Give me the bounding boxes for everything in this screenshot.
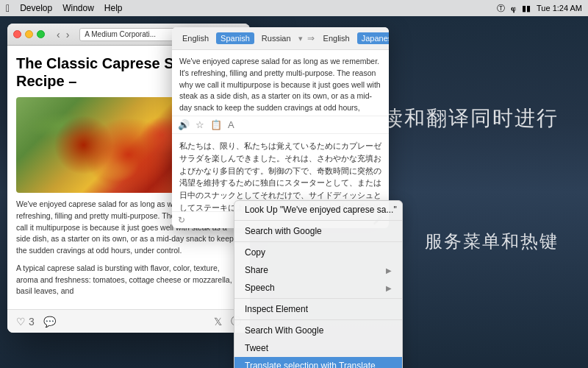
twitter-icon[interactable]: 𝕏 [214, 316, 222, 328]
ctx-inspect-label: Inspect Element [245, 304, 308, 314]
star-icon[interactable]: ☆ [196, 119, 204, 130]
ctx-divider-1 [234, 220, 402, 221]
browser-bottom-toolbar: ♡ 3 💬 𝕏 ⓘ [7, 309, 250, 333]
ctx-search-google-label: Search with Google [245, 226, 322, 236]
translation-header: English Spanish Russian ▾ ⇒ English Japa… [172, 27, 389, 50]
ctx-divider-2 [234, 241, 402, 242]
ctx-lookup[interactable]: Look Up "We've enjoyed caprese sa..." [234, 201, 402, 219]
lang-english-to[interactable]: English [319, 32, 354, 44]
speaker-icon[interactable]: 🔊 [178, 119, 190, 130]
menubar-right: Ⓣ 𝛗 ▮▮ Tue 1:24 AM [497, 3, 582, 14]
minimize-window-button[interactable] [25, 30, 33, 38]
font-size-icon[interactable]: A [228, 119, 234, 130]
lang-spanish-from[interactable]: Spanish [216, 32, 254, 44]
forward-button[interactable]: › [65, 29, 71, 40]
ctx-speech-label: Speech [245, 283, 275, 293]
battery-icon: ▮▮ [522, 4, 531, 13]
refresh-icon[interactable]: ↻ [178, 215, 185, 225]
lang-english-from[interactable]: English [178, 32, 213, 44]
heart-icon[interactable]: ♡ 3 [16, 316, 35, 328]
wifi-icon: 𝛗 [511, 4, 516, 13]
ctx-divider-4 [234, 319, 402, 320]
menubar-time: Tue 1:24 AM [537, 4, 582, 13]
ctx-search-google-2[interactable]: Search With Google [234, 322, 402, 339]
menubar-window[interactable]: Window [62, 3, 94, 13]
menubar-left:  Develop Window Help [6, 2, 488, 14]
lang-more-from[interactable]: ▾ [298, 34, 303, 43]
translation-source-icons: 🔊 ☆ 📋 A [172, 116, 389, 134]
translation-source-text: We've enjoyed caprese salad for as long … [172, 50, 389, 116]
ctx-translate-selection[interactable]: Translate selection with Translate Tab [234, 357, 402, 368]
menubar-develop[interactable]: Develop [20, 3, 52, 13]
ctx-divider-3 [234, 298, 402, 299]
lang-arrow: ⇒ [307, 33, 315, 43]
desktop-text-2: 服务菜单和热键 [425, 230, 559, 253]
traffic-lights [13, 30, 45, 38]
ctx-copy[interactable]: Copy [234, 244, 402, 261]
article-body-2: A typical caprese salad is bursting with… [16, 263, 241, 297]
ctx-share-label: Share [245, 265, 268, 275]
copy-icon[interactable]: 📋 [210, 119, 222, 130]
menubar-help[interactable]: Help [104, 3, 123, 13]
ctx-tweet-label: Tweet [245, 343, 268, 353]
address-text: A Medium Corporati... [85, 30, 156, 38]
apple-menu[interactable]:  [6, 2, 10, 14]
back-button[interactable]: ‹ [55, 29, 62, 40]
ctx-search-google-1[interactable]: Search with Google [234, 222, 402, 240]
desktop: 阅读和翻译同时进行 服务菜单和热键 ‹ › A Medium Corporati… [0, 16, 588, 368]
lang-japanese-to[interactable]: Japanese [357, 32, 389, 44]
translate-menu-icon: Ⓣ [497, 3, 505, 14]
comment-icon[interactable]: 💬 [43, 316, 56, 328]
ctx-share-arrow: ▶ [386, 266, 392, 275]
close-window-button[interactable] [13, 30, 21, 38]
ctx-speech[interactable]: Speech ▶ [234, 279, 402, 297]
ctx-share[interactable]: Share ▶ [234, 261, 402, 279]
desktop-text-1: 阅读和翻译同时进行 [360, 105, 559, 132]
menubar:  Develop Window Help Ⓣ 𝛗 ▮▮ Tue 1:24 AM [0, 0, 588, 16]
ctx-inspect[interactable]: Inspect Element [234, 300, 402, 318]
translation-panel: English Spanish Russian ▾ ⇒ English Japa… [172, 27, 389, 228]
ctx-translate-label: Translate selection with Translate Tab [245, 361, 376, 368]
lang-russian-from[interactable]: Russian [257, 32, 295, 44]
ctx-search-google-2-label: Search With Google [245, 325, 323, 336]
ctx-speech-arrow: ▶ [386, 284, 392, 292]
maximize-window-button[interactable] [37, 30, 45, 38]
ctx-copy-label: Copy [245, 247, 265, 258]
browser-nav: ‹ › [55, 29, 71, 40]
context-menu: Look Up "We've enjoyed caprese sa..." Se… [234, 200, 403, 368]
ctx-lookup-label: Look Up "We've enjoyed caprese sa..." [245, 205, 397, 215]
ctx-tweet[interactable]: Tweet [234, 339, 402, 357]
